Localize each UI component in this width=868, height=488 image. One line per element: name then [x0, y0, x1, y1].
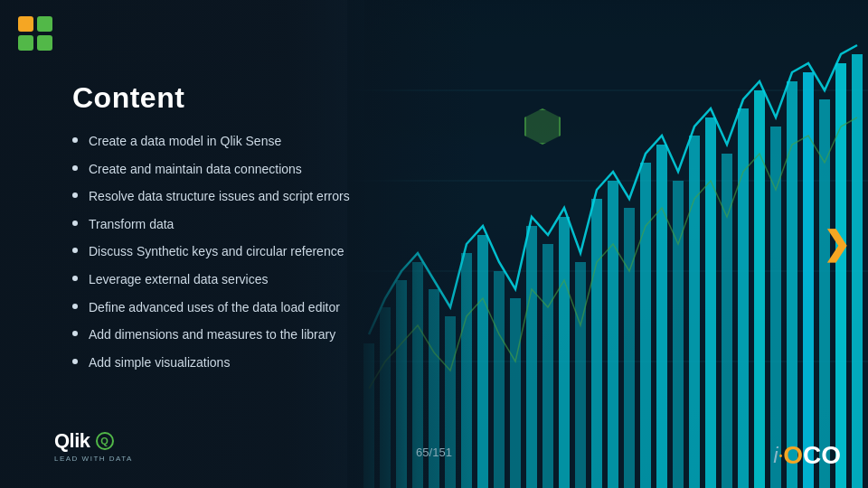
qlik-q-icon: Q	[96, 432, 114, 450]
ioco-logo: i • O CO	[773, 441, 841, 470]
logo-sq-bl	[18, 35, 33, 51]
bullet-text: Define advanced uses of the data load ed…	[89, 299, 340, 317]
bullet-dot-icon	[72, 165, 78, 171]
bullet-text: Resolve data structure issues and script…	[89, 188, 350, 206]
qlik-word: Qlik	[54, 429, 90, 453]
svg-rect-25	[689, 136, 700, 488]
svg-rect-24	[673, 181, 684, 488]
svg-rect-17	[559, 217, 570, 488]
bullet-text: Create and maintain data connections	[89, 161, 302, 179]
bullet-text: Discuss Synthetic keys and circular refe…	[89, 243, 344, 261]
bullet-item: Create and maintain data connections	[72, 161, 452, 179]
bullet-text: Create a data model in Qlik Sense	[89, 133, 281, 151]
qlik-bottom-logo: Qlik Q LEAD WITH DATA	[54, 429, 133, 463]
svg-rect-28	[738, 108, 749, 488]
bullet-text: Transform data	[89, 216, 174, 234]
bullet-dot-icon	[72, 331, 78, 336]
bullet-list: Create a data model in Qlik SenseCreate …	[72, 133, 452, 371]
svg-rect-23	[656, 145, 667, 488]
bullet-item: Resolve data structure issues and script…	[72, 188, 452, 206]
bullet-item: Leverage external data services	[72, 271, 452, 289]
qlik-tagline: LEAD WITH DATA	[54, 455, 133, 463]
slide-title: Content	[72, 81, 452, 115]
logo-sq-tr	[37, 16, 52, 32]
ioco-text-i: i	[773, 443, 778, 468]
bullet-dot-icon	[72, 137, 78, 143]
bullet-dot-icon	[72, 221, 78, 226]
ioco-text-o: O	[783, 441, 803, 470]
bullet-dot-icon	[72, 248, 78, 253]
svg-rect-21	[624, 208, 635, 488]
bullet-dot-icon	[72, 304, 78, 309]
svg-rect-20	[608, 181, 618, 488]
logo-sq-tl	[18, 16, 33, 32]
qlik-logo-text: Qlik Q	[54, 429, 114, 453]
main-content: Content Create a data model in Qlik Sens…	[72, 81, 452, 381]
next-nav-arrow[interactable]: ❯	[823, 225, 850, 263]
ioco-dot-1: •	[779, 451, 783, 461]
bullet-item: Add simple visualizations	[72, 354, 452, 372]
svg-rect-15	[526, 226, 537, 488]
svg-rect-27	[722, 154, 732, 488]
bullet-item: Define advanced uses of the data load ed…	[72, 299, 452, 317]
logo-sq-br	[37, 35, 52, 51]
bullet-text: Add simple visualizations	[89, 354, 230, 372]
ioco-text-co: CO	[803, 441, 841, 470]
bullet-item: Add dimensions and measures to the libra…	[72, 326, 452, 344]
svg-rect-19	[591, 199, 602, 488]
top-logo	[18, 16, 52, 51]
bullet-item: Transform data	[72, 216, 452, 234]
bullet-dot-icon	[72, 359, 78, 364]
svg-rect-18	[575, 262, 586, 488]
bullet-item: Create a data model in Qlik Sense	[72, 133, 452, 151]
bullet-item: Discuss Synthetic keys and circular refe…	[72, 243, 452, 261]
svg-rect-16	[542, 244, 553, 488]
bullet-dot-icon	[72, 276, 78, 281]
svg-rect-33	[819, 99, 830, 488]
page-number: 65/151	[416, 446, 452, 459]
slide: Content Create a data model in Qlik Sens…	[0, 0, 868, 488]
bullet-text: Leverage external data services	[89, 271, 268, 289]
logo-grid	[18, 16, 52, 51]
svg-rect-22	[640, 163, 651, 488]
svg-rect-32	[803, 72, 814, 488]
svg-rect-29	[754, 90, 765, 488]
bullet-dot-icon	[72, 192, 78, 198]
svg-rect-26	[705, 117, 716, 488]
hex-decoration	[524, 108, 561, 145]
hex-shape	[524, 108, 561, 145]
bullet-text: Add dimensions and measures to the libra…	[89, 326, 335, 344]
